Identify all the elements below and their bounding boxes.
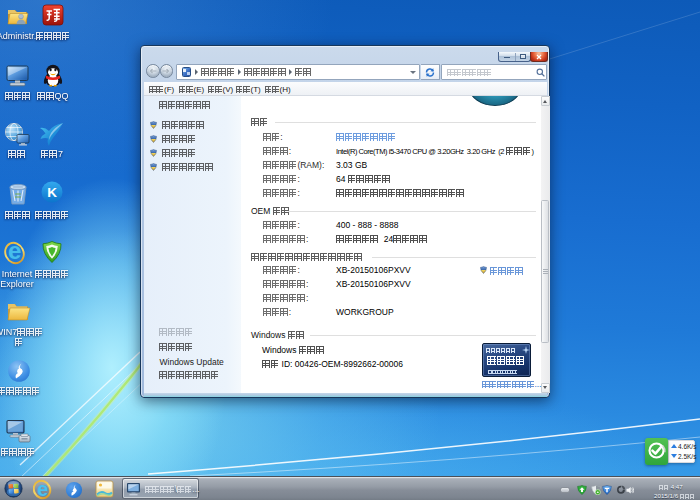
- svg-text:K: K: [47, 185, 57, 200]
